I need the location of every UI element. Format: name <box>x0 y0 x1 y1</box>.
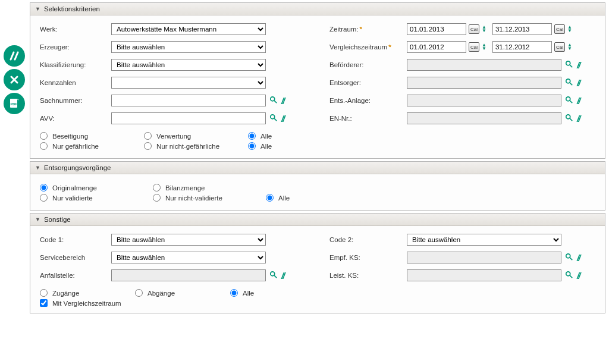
svg-point-6 <box>566 61 570 65</box>
excel-export-icon[interactable] <box>4 69 25 90</box>
entsorger-input[interactable] <box>407 77 561 89</box>
svg-line-7 <box>570 64 572 67</box>
collapse-icon: ▼ <box>35 165 40 171</box>
search-icon[interactable] <box>565 96 573 106</box>
svg-line-19 <box>570 275 572 277</box>
panel-title: Sonstige <box>44 216 71 223</box>
leistks-input[interactable] <box>407 269 561 281</box>
radio-zugaenge[interactable]: Zugänge <box>40 289 135 297</box>
search-icon[interactable] <box>565 78 573 88</box>
radio-alle-2[interactable]: Alle <box>248 142 319 150</box>
svg-point-12 <box>566 114 570 118</box>
code1-label: Code 1: <box>40 236 111 243</box>
svg-line-17 <box>570 257 572 259</box>
panel-selektionskriterien: ▼ Selektionskriterien Werk: Autowerkstät… <box>30 2 605 159</box>
svg-point-16 <box>566 253 570 258</box>
avv-input[interactable] <box>111 112 266 124</box>
panel-title: Entsorgungsvorgänge <box>44 164 111 171</box>
clear-icon[interactable]: // <box>577 271 579 281</box>
calendar-icon[interactable]: Cal <box>554 24 565 34</box>
svg-point-18 <box>566 271 570 275</box>
collapse-icon: ▼ <box>35 6 40 12</box>
werk-label: Werk: <box>40 26 111 33</box>
svg-line-15 <box>274 275 277 277</box>
search-icon[interactable] <box>565 271 573 281</box>
code1-select[interactable]: Bitte auswählen <box>111 234 266 246</box>
code2-select[interactable]: Bitte auswählen <box>407 234 561 246</box>
date-spinner[interactable]: ▲▼ <box>482 26 486 33</box>
zeitraum-from-input[interactable] <box>407 23 466 35</box>
clear-icon[interactable]: // <box>577 78 579 88</box>
servicebereich-select[interactable]: Bitte auswählen <box>111 252 266 263</box>
panel-header-selektionskriterien[interactable]: ▼ Selektionskriterien <box>30 3 605 15</box>
klassifizierung-select[interactable]: Bitte auswählen <box>111 59 266 71</box>
ennr-label: EN-Nr.: <box>329 115 407 122</box>
date-spinner[interactable]: ▲▼ <box>567 43 572 51</box>
radio-nur-nicht-validierte[interactable]: Nur nicht-validierte <box>153 194 266 202</box>
search-icon[interactable] <box>565 114 573 124</box>
sachnummer-label: Sachnummer: <box>40 97 111 104</box>
ennr-input[interactable] <box>407 112 561 124</box>
action-slash-icon[interactable] <box>4 45 25 67</box>
svg-point-2 <box>271 96 275 101</box>
date-spinner[interactable]: ▲▼ <box>567 26 572 33</box>
radio-alle-3[interactable]: Alle <box>266 194 337 202</box>
calendar-icon[interactable]: Cal <box>469 24 479 34</box>
svg-point-10 <box>566 96 570 101</box>
collapse-icon: ▼ <box>35 216 40 222</box>
werk-select[interactable]: Autowerkstätte Max Mustermann <box>111 23 266 35</box>
radio-nur-validierte[interactable]: Nur validierte <box>40 194 153 202</box>
radio-bilanzmenge[interactable]: Bilanzmenge <box>153 184 266 192</box>
radio-originalmenge[interactable]: Originalmenge <box>40 184 153 192</box>
anfallstelle-input[interactable] <box>111 269 266 281</box>
search-icon[interactable] <box>565 60 573 70</box>
radio-alle-4[interactable]: Alle <box>230 289 302 297</box>
vzeitraum-to-input[interactable] <box>492 41 552 53</box>
befoerderer-input[interactable] <box>407 59 561 71</box>
radio-nur-gefaehrliche[interactable]: Nur gefährliche <box>40 142 144 150</box>
entsanlage-input[interactable] <box>407 95 561 106</box>
calendar-icon[interactable]: Cal <box>469 42 479 52</box>
befoerderer-label: Beförderer: <box>329 61 407 68</box>
search-icon[interactable] <box>565 253 573 263</box>
radio-alle-1[interactable]: Alle <box>248 132 319 140</box>
panel-header-entsorgungsvorgaenge[interactable]: ▼ Entsorgungsvorgänge <box>30 162 605 174</box>
vzeitraum-from-input[interactable] <box>407 41 466 53</box>
clear-icon[interactable]: // <box>281 96 284 106</box>
clear-icon[interactable]: // <box>577 253 579 263</box>
radio-nur-nicht-gefaehrliche[interactable]: Nur nicht-gefährliche <box>144 142 248 150</box>
search-icon[interactable] <box>269 114 278 124</box>
svg-line-13 <box>570 118 572 120</box>
entsorger-label: Entsorger: <box>329 79 407 86</box>
sachnummer-input[interactable] <box>111 95 266 106</box>
zeitraum-to-input[interactable] <box>492 23 552 35</box>
klassifizierung-label: Klassifizierung: <box>40 61 111 68</box>
clear-icon[interactable]: // <box>577 114 579 124</box>
radio-beseitigung[interactable]: Beseitigung <box>40 132 144 140</box>
clear-icon[interactable]: // <box>577 96 579 106</box>
radio-abgaenge[interactable]: Abgänge <box>135 289 230 297</box>
clear-icon[interactable]: // <box>281 114 284 124</box>
zeitraum-label: Zeitraum:* <box>329 26 407 33</box>
code2-label: Code 2: <box>329 236 407 243</box>
svg-point-14 <box>271 271 275 275</box>
panel-header-sonstige[interactable]: ▼ Sonstige <box>30 214 605 226</box>
erzeuger-label: Erzeuger: <box>40 43 111 51</box>
kennzahlen-label: Kennzahlen <box>40 79 111 86</box>
radio-verwertung[interactable]: Verwertung <box>144 132 248 140</box>
entsanlage-label: Ents.-Anlage: <box>329 97 407 104</box>
date-spinner[interactable]: ▲▼ <box>482 43 486 51</box>
side-toolbar: PDF <box>4 2 30 316</box>
pdf-export-icon[interactable]: PDF <box>4 93 25 114</box>
clear-icon[interactable]: // <box>577 60 579 70</box>
servicebereich-label: Servicebereich <box>40 254 111 261</box>
search-icon[interactable] <box>269 96 278 106</box>
search-icon[interactable] <box>269 271 278 281</box>
checkbox-mit-vergleichszeitraum[interactable]: Mit Vergleichszeitraum <box>40 299 595 307</box>
kennzahlen-select[interactable] <box>111 77 266 89</box>
empfks-input[interactable] <box>407 252 561 263</box>
erzeuger-select[interactable]: Bitte auswählen <box>111 41 266 53</box>
clear-icon[interactable]: // <box>281 271 284 281</box>
svg-point-8 <box>566 79 570 83</box>
calendar-icon[interactable]: Cal <box>554 42 565 52</box>
